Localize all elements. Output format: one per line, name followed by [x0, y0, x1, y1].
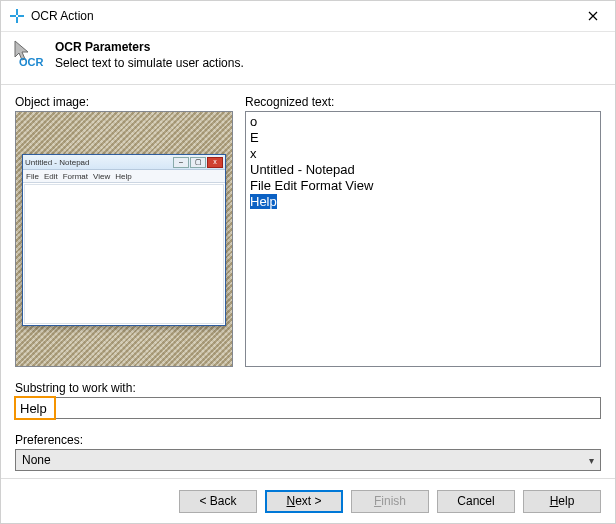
preferences-label: Preferences: [15, 433, 601, 447]
notepad-thumbnail: Untitled - Notepad – ▢ x File Edit Forma… [22, 154, 226, 326]
notepad-menu-item: Format [63, 172, 88, 181]
header-text: OCR Parameters Select text to simulate u… [55, 40, 244, 70]
recognized-text-label: Recognized text: [245, 95, 601, 109]
substring-label: Substring to work with: [15, 381, 601, 395]
cancel-button[interactable]: Cancel [437, 490, 515, 513]
chevron-down-icon: ▾ [589, 455, 594, 466]
recognized-text-selection[interactable]: Help [250, 194, 277, 209]
notepad-body [24, 184, 224, 324]
notepad-menu-item: Edit [44, 172, 58, 181]
notepad-menu-item: View [93, 172, 110, 181]
notepad-menu-item: File [26, 172, 39, 181]
finish-button: Finish [351, 490, 429, 513]
next-button[interactable]: Next > [265, 490, 343, 513]
notepad-titlebar: Untitled - Notepad – ▢ x [23, 155, 225, 170]
ocr-cursor-icon: OCR [13, 40, 47, 74]
recognized-text-panel[interactable]: o E x Untitled - Notepad File Edit Forma… [245, 111, 601, 367]
svg-rect-2 [10, 15, 16, 17]
button-row: < Back Next > Finish Cancel Help [1, 478, 615, 523]
preferences-selected: None [22, 453, 51, 467]
object-image-label: Object image: [15, 95, 233, 109]
svg-rect-1 [16, 17, 18, 23]
notepad-menu: File Edit Format View Help [23, 170, 225, 183]
notepad-menu-item: Help [115, 172, 131, 181]
svg-rect-3 [18, 15, 24, 17]
ocr-icon-label: OCR [19, 56, 43, 68]
dialog-ocr-action: OCR Action OCR OCR Parameters Select tex… [0, 0, 616, 524]
recognized-text-area[interactable]: o E x Untitled - Notepad File Edit Forma… [246, 112, 600, 366]
notepad-title: Untitled - Notepad [25, 158, 172, 167]
app-icon [9, 8, 25, 24]
back-button[interactable]: < Back [179, 490, 257, 513]
svg-rect-0 [16, 9, 18, 15]
page-title: OCR Parameters [55, 40, 244, 54]
header-panel: OCR OCR Parameters Select text to simula… [1, 32, 615, 85]
dialog-body: Object image: Untitled - Notepad – ▢ x F… [1, 85, 615, 478]
help-button[interactable]: Help [523, 490, 601, 513]
window-title: OCR Action [31, 9, 571, 23]
object-image-panel: Untitled - Notepad – ▢ x File Edit Forma… [15, 111, 233, 367]
page-subtitle: Select text to simulate user actions. [55, 56, 244, 70]
substring-input[interactable] [15, 397, 601, 419]
close-button[interactable] [571, 1, 615, 31]
notepad-max-icon: ▢ [190, 157, 206, 168]
titlebar: OCR Action [1, 1, 615, 32]
notepad-close-icon: x [207, 157, 223, 168]
preferences-dropdown[interactable]: None ▾ [15, 449, 601, 471]
notepad-min-icon: – [173, 157, 189, 168]
